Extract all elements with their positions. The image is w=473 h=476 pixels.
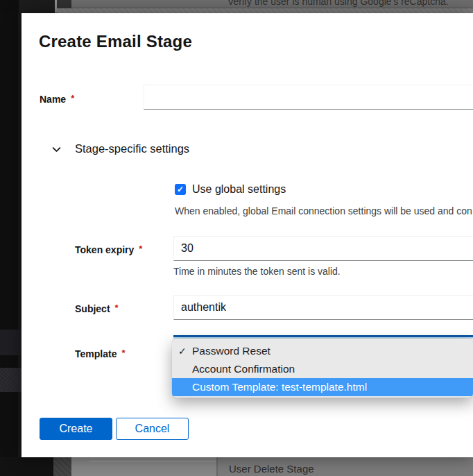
create-button[interactable]: Create: [40, 418, 112, 440]
token-expiry-label: Token expiry*: [75, 244, 142, 255]
name-label: Name*: [40, 94, 74, 105]
screen: Verify the user is human using Google's …: [0, 0, 473, 476]
recaptcha-description-text: Verify the user is human using Google's …: [227, 0, 449, 7]
create-email-stage-modal: Create Email Stage Name* Stage-specific …: [22, 13, 473, 457]
token-expiry-input[interactable]: [173, 236, 473, 261]
dropdown-option-account-confirmation[interactable]: Account Confirmation: [172, 360, 473, 378]
background-column-divider: [216, 457, 218, 476]
background-table-row-stripe: [57, 8, 473, 13]
use-global-settings-checkbox[interactable]: ✓: [175, 184, 186, 195]
dimmed-background-top: Verify the user is human using Google's …: [0, 0, 473, 13]
required-asterisk: *: [71, 93, 74, 103]
use-global-settings-label[interactable]: Use global settings: [192, 183, 286, 196]
background-table-border: [89, 461, 216, 461]
background-gutter: [53, 457, 71, 476]
subject-label: Subject*: [75, 303, 119, 314]
required-asterisk: *: [115, 303, 119, 313]
background-dark-cell: [57, 0, 71, 8]
section-label: Stage-specific settings: [75, 142, 189, 155]
subject-input[interactable]: [173, 295, 473, 320]
template-dropdown-popup: ✓ Password Reset Account Confirmation Cu…: [172, 339, 473, 398]
background-table-row: Verify the user is human using Google's …: [71, 0, 473, 8]
background-sidebar-strip: [0, 0, 19, 13]
background-row-label: User Delete Stage: [229, 463, 314, 475]
dropdown-option-password-reset[interactable]: ✓ Password Reset: [172, 342, 473, 360]
modal-title: Create Email Stage: [39, 32, 192, 51]
background-table-cell: [71, 457, 216, 476]
use-global-settings-help: When enabled, global Email connection se…: [175, 205, 473, 216]
required-asterisk: *: [121, 348, 125, 358]
selected-check-icon: ✓: [178, 342, 187, 360]
name-input[interactable]: [144, 85, 473, 110]
dimmed-background-bottom: User Delete Stage: [0, 457, 473, 476]
cancel-button[interactable]: Cancel: [116, 418, 189, 440]
dropdown-option-custom-template[interactable]: Custom Template: test-template.html: [172, 378, 473, 396]
template-label: Template*: [75, 348, 126, 359]
sidebar-rail: [0, 13, 22, 457]
sidebar-item-dimmed: [0, 330, 22, 355]
checkmark-icon: ✓: [177, 185, 184, 194]
background-sidebar-bottom: [0, 457, 53, 476]
background-sidebar-strip-2: [19, 0, 55, 13]
required-asterisk: *: [139, 244, 142, 254]
token-expiry-help: Time in minutes the token sent is valid.: [173, 266, 473, 277]
sidebar-item-dimmed-selected: [0, 368, 22, 392]
stage-specific-settings-toggle[interactable]: Stage-specific settings: [52, 142, 189, 155]
chevron-down-icon: [52, 144, 61, 153]
